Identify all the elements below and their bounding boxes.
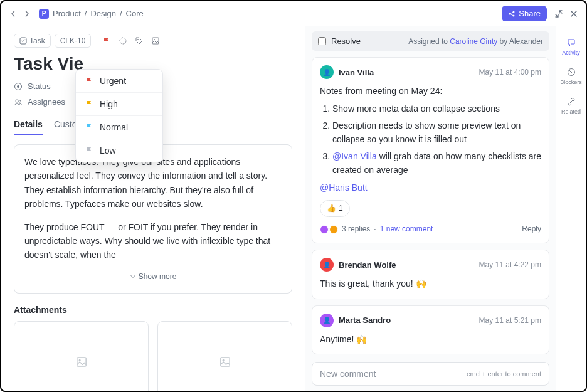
priority-option-label: Urgent — [100, 76, 126, 86]
task-chip[interactable]: Task — [14, 34, 51, 48]
breadcrumb-item[interactable]: Core — [126, 9, 144, 18]
svg-point-5 — [137, 39, 139, 40]
list-item: @Ivan Villa will grab data on how many c… — [332, 149, 541, 177]
reply-button[interactable]: Reply — [522, 223, 541, 235]
avatar: 👤 — [320, 314, 334, 327]
comment-icon — [566, 38, 576, 48]
share-button[interactable]: Share — [502, 6, 547, 21]
priority-option-high[interactable]: High — [76, 93, 162, 116]
topbar: P Product/ Design/ Core Share — [1, 1, 586, 26]
tab-details[interactable]: Details — [14, 114, 43, 135]
breadcrumb[interactable]: P Product/ Design/ Core — [39, 9, 144, 19]
resolve-bar: Resolve Assigned to Caroline Ginty by Al… — [312, 31, 549, 51]
priority-option-normal[interactable]: Normal — [76, 116, 162, 139]
priority-option-urgent[interactable]: Urgent — [76, 70, 162, 93]
svg-rect-12 — [77, 358, 85, 366]
resolve-checkbox[interactable] — [318, 37, 326, 45]
description-box: We love typefaces. They give our sites a… — [14, 144, 292, 294]
mention[interactable]: @Ivan Villa — [332, 151, 377, 161]
task-chips: Task CLK-10 — [14, 34, 292, 48]
avatar: 👤 — [320, 65, 334, 79]
task-id-chip[interactable]: CLK-10 — [55, 34, 92, 48]
status-label: Status — [28, 82, 51, 91]
comment-body: Notes from meeting on May 24: Show more … — [320, 84, 541, 235]
comment-body: This is great, thank you! 🙌 — [320, 277, 541, 290]
tab-custom[interactable]: Custo — [54, 114, 77, 135]
rail-activity[interactable]: Activity — [556, 33, 586, 61]
show-more-button[interactable]: Show more — [24, 271, 282, 283]
comment-body: Anytime! 🙌 — [320, 332, 541, 346]
priority-option-label: Low — [100, 146, 116, 156]
close-icon[interactable] — [569, 9, 578, 18]
blocker-icon — [566, 67, 576, 77]
list-item: Description needs to show some preview t… — [332, 119, 541, 147]
chevron-down-icon — [130, 273, 136, 280]
comment-time: May 11 at 5:21 pm — [479, 316, 541, 325]
description-p1: We love typefaces. They give our sites a… — [24, 155, 282, 211]
replies-count[interactable]: 3 replies — [342, 223, 370, 235]
breadcrumb-item[interactable]: Design — [90, 9, 115, 18]
svg-point-15 — [222, 359, 224, 361]
rail-label: Related — [561, 109, 581, 115]
svg-point-10 — [16, 100, 18, 102]
comment-composer[interactable]: New comment cmd + enter to comment — [312, 362, 549, 386]
attachments-heading: Attachments — [14, 305, 292, 315]
main-content: Task CLK-10 Task Vie Status Assignees De… — [1, 26, 586, 391]
rail-blockers[interactable]: Blockers — [556, 62, 586, 90]
comment-author: Marta Sandro — [339, 315, 391, 325]
sprint-icon[interactable] — [119, 36, 127, 45]
nav-arrows — [9, 9, 31, 18]
flag-icon — [85, 100, 93, 109]
composer-placeholder: New comment — [320, 369, 376, 379]
mini-avatar — [329, 225, 338, 234]
check-icon — [19, 37, 27, 45]
reaction[interactable]: 👍1 — [320, 200, 350, 217]
back-button[interactable] — [9, 9, 18, 18]
attachment-placeholder[interactable] — [14, 321, 149, 391]
comment-header: 👤 Brendan Wolfe May 11 at 4:22 pm — [320, 258, 541, 272]
comments-panel: Resolve Assigned to Caroline Ginty by Al… — [305, 26, 556, 391]
new-comment-link[interactable]: 1 new comment — [380, 223, 433, 235]
comment-intro: Notes from meeting on May 24: — [320, 84, 541, 98]
mini-avatar — [320, 225, 329, 234]
rail-related[interactable]: Related — [556, 92, 586, 120]
image-icon[interactable] — [151, 36, 160, 45]
composer-hint: cmd + enter to comment — [467, 370, 541, 378]
flag-icon — [85, 123, 93, 132]
svg-point-9 — [17, 85, 19, 88]
people-icon — [14, 98, 23, 107]
priority-option-label: High — [100, 99, 118, 109]
comment-author: Ivan Villa — [339, 68, 374, 77]
share-label: Share — [519, 9, 541, 18]
comment: 👤 Ivan Villa May 11 at 4:00 pm Notes fro… — [312, 57, 549, 243]
priority-option-label: Normal — [100, 122, 128, 132]
topbar-actions — [554, 9, 578, 18]
tag-icon[interactable] — [135, 36, 144, 45]
status-icon — [14, 82, 23, 91]
svg-point-4 — [120, 38, 126, 44]
comment: 👤 Brendan Wolfe May 11 at 4:22 pm This i… — [312, 250, 549, 299]
rail-label: Activity — [562, 50, 580, 56]
svg-point-11 — [19, 100, 21, 102]
comment: 👤 Marta Sandro May 11 at 5:21 pm Anytime… — [312, 305, 549, 354]
collapse-icon[interactable] — [554, 9, 563, 18]
side-rail: Activity Blockers Related — [556, 26, 586, 391]
priority-option-low[interactable]: Low — [76, 139, 162, 162]
comment-header: 👤 Marta Sandro May 11 at 5:21 pm — [320, 314, 541, 327]
attachment-placeholder[interactable] — [157, 321, 292, 391]
assignees-label: Assignees — [28, 97, 65, 107]
replies-row: 3 replies · 1 new comment Reply — [320, 223, 541, 235]
priority-flag-icon[interactable] — [102, 36, 111, 45]
breadcrumb-item[interactable]: Product — [53, 9, 81, 18]
task-chip-label: Task — [29, 36, 45, 45]
assignee-link[interactable]: Caroline Ginty — [450, 37, 497, 46]
svg-rect-6 — [152, 38, 159, 44]
priority-dropdown[interactable]: Urgent High Normal Low — [75, 69, 163, 162]
flag-icon — [85, 146, 93, 155]
mention[interactable]: @Haris Butt — [320, 181, 541, 194]
assigned-to: Assigned to Caroline Ginty by Alexander — [408, 37, 543, 46]
forward-button[interactable] — [23, 9, 31, 18]
flag-icon — [85, 77, 93, 85]
breadcrumb-icon: P — [39, 9, 49, 19]
comment-author: Brendan Wolfe — [339, 260, 396, 270]
